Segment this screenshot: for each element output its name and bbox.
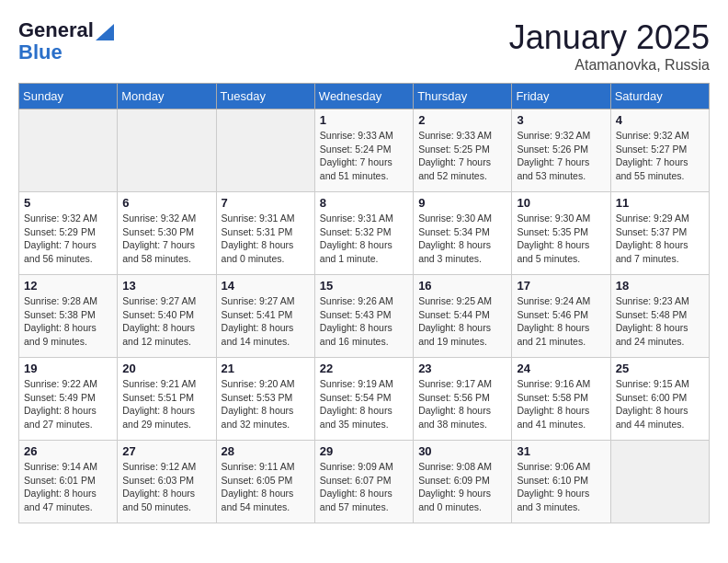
day-number: 15 — [320, 279, 408, 293]
day-detail: Sunrise: 9:20 AMSunset: 5:53 PMDaylight:… — [222, 377, 310, 431]
calendar-cell — [216, 109, 314, 192]
calendar-cell: 18Sunrise: 9:23 AMSunset: 5:48 PMDayligh… — [610, 275, 709, 358]
calendar-cell: 4Sunrise: 9:32 AMSunset: 5:27 PMDaylight… — [610, 109, 709, 192]
calendar-cell — [118, 109, 216, 192]
calendar-cell: 19Sunrise: 9:22 AMSunset: 5:49 PMDayligh… — [19, 358, 118, 441]
calendar-cell: 27Sunrise: 9:12 AMSunset: 6:03 PMDayligh… — [118, 441, 216, 523]
calendar-cell: 3Sunrise: 9:32 AMSunset: 5:26 PMDaylight… — [512, 109, 610, 192]
month-title: January 2025 — [509, 18, 710, 57]
page-header: General Blue January 2025 Atamanovka, Ru… — [18, 18, 710, 74]
day-number: 16 — [418, 279, 506, 293]
day-detail: Sunrise: 9:27 AMSunset: 5:40 PMDaylight:… — [122, 294, 210, 349]
calendar-cell: 17Sunrise: 9:24 AMSunset: 5:46 PMDayligh… — [512, 275, 610, 358]
svg-marker-0 — [96, 24, 114, 40]
day-number: 2 — [418, 113, 506, 127]
calendar-cell: 8Sunrise: 9:31 AMSunset: 5:32 PMDaylight… — [314, 192, 413, 275]
calendar-week-row: 12Sunrise: 9:28 AMSunset: 5:38 PMDayligh… — [19, 275, 710, 358]
day-detail: Sunrise: 9:12 AMSunset: 6:03 PMDaylight:… — [122, 460, 210, 514]
day-detail: Sunrise: 9:17 AMSunset: 5:56 PMDaylight:… — [418, 377, 506, 431]
weekday-header-wednesday: Wednesday — [314, 84, 413, 109]
day-number: 17 — [517, 279, 605, 293]
calendar-cell: 15Sunrise: 9:26 AMSunset: 5:43 PMDayligh… — [314, 275, 413, 358]
day-number: 30 — [418, 444, 506, 458]
calendar-cell: 29Sunrise: 9:09 AMSunset: 6:07 PMDayligh… — [314, 441, 413, 523]
day-detail: Sunrise: 9:16 AMSunset: 5:58 PMDaylight:… — [517, 377, 605, 431]
day-number: 26 — [24, 444, 112, 458]
day-detail: Sunrise: 9:21 AMSunset: 5:51 PMDaylight:… — [122, 377, 210, 431]
calendar-cell: 7Sunrise: 9:31 AMSunset: 5:31 PMDaylight… — [216, 192, 314, 275]
weekday-header-sunday: Sunday — [19, 84, 118, 109]
weekday-header-thursday: Thursday — [414, 84, 512, 109]
day-detail: Sunrise: 9:23 AMSunset: 5:48 PMDaylight:… — [616, 294, 704, 349]
day-detail: Sunrise: 9:22 AMSunset: 5:49 PMDaylight:… — [24, 377, 112, 431]
day-detail: Sunrise: 9:11 AMSunset: 6:05 PMDaylight:… — [222, 460, 310, 514]
calendar-cell: 5Sunrise: 9:32 AMSunset: 5:29 PMDaylight… — [19, 192, 118, 275]
calendar-cell: 25Sunrise: 9:15 AMSunset: 6:00 PMDayligh… — [610, 358, 709, 441]
calendar-cell: 26Sunrise: 9:14 AMSunset: 6:01 PMDayligh… — [19, 441, 118, 523]
calendar-week-row: 19Sunrise: 9:22 AMSunset: 5:49 PMDayligh… — [19, 358, 710, 441]
day-number: 8 — [320, 196, 408, 210]
logo-triangle-icon — [96, 20, 114, 40]
day-number: 11 — [616, 196, 704, 210]
weekday-header-tuesday: Tuesday — [216, 84, 314, 109]
day-detail: Sunrise: 9:32 AMSunset: 5:30 PMDaylight:… — [122, 212, 210, 266]
day-number: 28 — [222, 444, 310, 458]
logo-blue-text: Blue — [18, 40, 63, 64]
calendar-table: SundayMondayTuesdayWednesdayThursdayFrid… — [18, 83, 710, 523]
calendar-cell — [610, 441, 709, 523]
logo-general-text: General — [18, 18, 94, 42]
day-detail: Sunrise: 9:14 AMSunset: 6:01 PMDaylight:… — [24, 460, 112, 514]
day-detail: Sunrise: 9:27 AMSunset: 5:41 PMDaylight:… — [222, 294, 310, 349]
day-number: 13 — [122, 279, 210, 293]
day-detail: Sunrise: 9:24 AMSunset: 5:46 PMDaylight:… — [517, 294, 605, 349]
day-detail: Sunrise: 9:06 AMSunset: 6:10 PMDaylight:… — [517, 460, 605, 514]
day-detail: Sunrise: 9:08 AMSunset: 6:09 PMDaylight:… — [418, 460, 506, 514]
weekday-header-row: SundayMondayTuesdayWednesdayThursdayFrid… — [19, 84, 710, 109]
day-number: 12 — [24, 279, 112, 293]
calendar-cell: 10Sunrise: 9:30 AMSunset: 5:35 PMDayligh… — [512, 192, 610, 275]
calendar-cell: 2Sunrise: 9:33 AMSunset: 5:25 PMDaylight… — [414, 109, 512, 192]
day-detail: Sunrise: 9:32 AMSunset: 5:26 PMDaylight:… — [517, 129, 605, 183]
day-number: 5 — [24, 196, 112, 210]
calendar-week-row: 1Sunrise: 9:33 AMSunset: 5:24 PMDaylight… — [19, 109, 710, 192]
day-detail: Sunrise: 9:29 AMSunset: 5:37 PMDaylight:… — [616, 212, 704, 266]
day-detail: Sunrise: 9:26 AMSunset: 5:43 PMDaylight:… — [320, 294, 408, 349]
day-detail: Sunrise: 9:09 AMSunset: 6:07 PMDaylight:… — [320, 460, 408, 514]
location-subtitle: Atamanovka, Russia — [509, 57, 710, 74]
day-number: 25 — [616, 362, 704, 375]
weekday-header-saturday: Saturday — [610, 84, 709, 109]
day-number: 10 — [517, 196, 605, 210]
day-number: 7 — [222, 196, 310, 210]
day-number: 19 — [24, 362, 112, 375]
calendar-week-row: 26Sunrise: 9:14 AMSunset: 6:01 PMDayligh… — [19, 441, 710, 523]
calendar-cell — [19, 109, 118, 192]
calendar-week-row: 5Sunrise: 9:32 AMSunset: 5:29 PMDaylight… — [19, 192, 710, 275]
calendar-cell: 22Sunrise: 9:19 AMSunset: 5:54 PMDayligh… — [314, 358, 413, 441]
calendar-cell: 9Sunrise: 9:30 AMSunset: 5:34 PMDaylight… — [414, 192, 512, 275]
day-detail: Sunrise: 9:28 AMSunset: 5:38 PMDaylight:… — [24, 294, 112, 349]
calendar-cell: 30Sunrise: 9:08 AMSunset: 6:09 PMDayligh… — [414, 441, 512, 523]
day-detail: Sunrise: 9:25 AMSunset: 5:44 PMDaylight:… — [418, 294, 506, 349]
calendar-cell: 12Sunrise: 9:28 AMSunset: 5:38 PMDayligh… — [19, 275, 118, 358]
calendar-cell: 6Sunrise: 9:32 AMSunset: 5:30 PMDaylight… — [118, 192, 216, 275]
day-detail: Sunrise: 9:31 AMSunset: 5:31 PMDaylight:… — [222, 212, 310, 266]
day-detail: Sunrise: 9:30 AMSunset: 5:34 PMDaylight:… — [418, 212, 506, 266]
day-number: 27 — [122, 444, 210, 458]
day-number: 21 — [222, 362, 310, 375]
day-detail: Sunrise: 9:32 AMSunset: 5:29 PMDaylight:… — [24, 212, 112, 266]
day-detail: Sunrise: 9:32 AMSunset: 5:27 PMDaylight:… — [616, 129, 704, 183]
day-number: 20 — [122, 362, 210, 375]
day-number: 24 — [517, 362, 605, 375]
day-detail: Sunrise: 9:19 AMSunset: 5:54 PMDaylight:… — [320, 377, 408, 431]
day-number: 3 — [517, 113, 605, 127]
day-number: 4 — [616, 113, 704, 127]
weekday-header-friday: Friday — [512, 84, 610, 109]
calendar-cell: 24Sunrise: 9:16 AMSunset: 5:58 PMDayligh… — [512, 358, 610, 441]
day-number: 1 — [320, 113, 408, 127]
day-detail: Sunrise: 9:31 AMSunset: 5:32 PMDaylight:… — [320, 212, 408, 266]
day-detail: Sunrise: 9:30 AMSunset: 5:35 PMDaylight:… — [517, 212, 605, 266]
calendar-cell: 16Sunrise: 9:25 AMSunset: 5:44 PMDayligh… — [414, 275, 512, 358]
calendar-cell: 13Sunrise: 9:27 AMSunset: 5:40 PMDayligh… — [118, 275, 216, 358]
calendar-cell: 28Sunrise: 9:11 AMSunset: 6:05 PMDayligh… — [216, 441, 314, 523]
day-number: 31 — [517, 444, 605, 458]
